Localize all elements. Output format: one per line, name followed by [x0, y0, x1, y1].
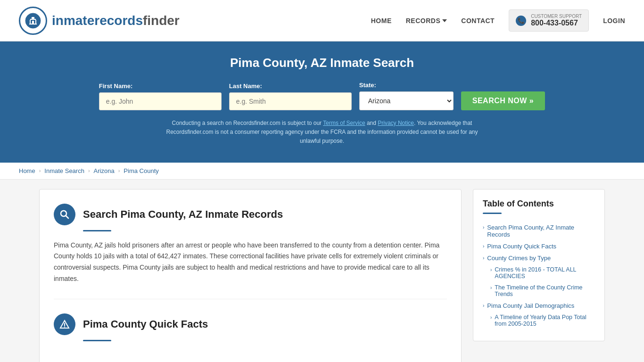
nav-login[interactable]: LOGIN [603, 17, 625, 25]
svg-rect-5 [29, 24, 37, 25]
toc-sub-group: › Crimes % in 2016 - TOTAL ALL AGENCIES … [483, 264, 595, 300]
breadcrumb: Home › Inmate Search › Arizona › Pima Co… [0, 163, 644, 180]
chevron-icon-6: › [483, 303, 484, 308]
disclaimer-text: Conducting a search on Recordsfinder.com… [157, 119, 487, 146]
sidebar: Table of Contents › Search Pima County, … [473, 189, 605, 362]
first-name-label: First Name: [99, 82, 133, 90]
svg-point-10 [64, 326, 65, 327]
breadcrumb-inmate-search[interactable]: Inmate Search [44, 167, 84, 174]
search-icon [54, 204, 75, 225]
chevron-icon-2: › [483, 244, 484, 249]
main-container: Search Pima County, AZ Inmate Records Pi… [20, 189, 624, 362]
chevron-down-icon [442, 19, 447, 22]
svg-rect-1 [32, 17, 34, 19]
hero-section: Pima County, AZ Inmate Search First Name… [0, 41, 644, 163]
section1-header: Search Pima County, AZ Inmate Records [54, 204, 447, 225]
chevron-icon-7: › [490, 315, 492, 320]
nav-records[interactable]: RECORDS [406, 17, 447, 25]
last-name-group: Last Name: [229, 82, 352, 110]
state-select[interactable]: Arizona Alabama Alaska California Colora… [359, 91, 454, 110]
breadcrumb-arizona[interactable]: Arizona [94, 167, 115, 174]
support-info: CUSTOMER SUPPORT 800-433-0567 [531, 14, 582, 27]
state-group: State: Arizona Alabama Alaska California… [359, 82, 454, 110]
toc-box: Table of Contents › Search Pima County, … [473, 189, 605, 341]
section-quick-facts: Pima County Quick Facts [54, 299, 447, 341]
section1-divider [83, 230, 111, 231]
content-panel: Search Pima County, AZ Inmate Records Pi… [39, 189, 462, 362]
nav-contact[interactable]: CONTACT [461, 17, 495, 25]
section1-title: Search Pima County, AZ Inmate Records [83, 208, 283, 221]
section2-header: Pima County Quick Facts [54, 313, 447, 335]
svg-line-8 [66, 215, 69, 218]
toc-item-7[interactable]: › A Timeline of Yearly Data Pop Total fr… [490, 312, 595, 329]
toc-item-2[interactable]: › Pima County Quick Facts [483, 240, 595, 252]
toc-sub-group-2: › A Timeline of Yearly Data Pop Total fr… [483, 312, 595, 329]
logo-text: inmaterecordsfinder [52, 13, 180, 28]
phone-icon: 📞 [516, 16, 526, 26]
warning-icon [54, 313, 75, 335]
breadcrumb-home[interactable]: Home [19, 167, 35, 174]
toc-item-1[interactable]: › Search Pima County, AZ Inmate Records [483, 222, 595, 240]
support-box: 📞 CUSTOMER SUPPORT 800-433-0567 [509, 9, 589, 32]
page-title: Pima County, AZ Inmate Search [19, 56, 625, 70]
section1-text: Pima County, AZ jails hold prisoners aft… [54, 240, 447, 285]
first-name-input[interactable] [99, 92, 222, 110]
tos-link[interactable]: Terms of Service [323, 120, 365, 126]
breadcrumb-sep-2: › [88, 168, 90, 173]
svg-rect-3 [30, 20, 31, 24]
last-name-label: Last Name: [229, 82, 262, 90]
site-header: inmaterecordsfinder HOME RECORDS CONTACT… [0, 0, 644, 41]
svg-rect-2 [30, 19, 36, 20]
svg-rect-6 [32, 21, 34, 24]
last-name-input[interactable] [229, 92, 352, 110]
section2-divider [83, 340, 111, 341]
toc-item-6[interactable]: › Pima County Jail Demographics [483, 300, 595, 312]
section2-title: Pima County Quick Facts [83, 318, 208, 330]
logo-icon [19, 7, 47, 35]
breadcrumb-current: Pima County [124, 167, 158, 174]
nav-home[interactable]: HOME [371, 17, 392, 25]
toc-item-5[interactable]: › The Timeline of the County Crime Trend… [490, 282, 595, 300]
privacy-link[interactable]: Privacy Notice [378, 120, 414, 126]
first-name-group: First Name: [99, 82, 222, 110]
chevron-icon-3: › [483, 255, 484, 261]
toc-item-4[interactable]: › Crimes % in 2016 - TOTAL ALL AGENCIES [490, 264, 595, 282]
chevron-icon-5: › [490, 285, 492, 290]
search-button[interactable]: SEARCH NOW » [461, 91, 545, 110]
toc-divider [483, 213, 502, 214]
state-label: State: [359, 82, 376, 89]
section-inmate-records: Search Pima County, AZ Inmate Records Pi… [54, 204, 447, 285]
breadcrumb-sep-1: › [39, 168, 41, 173]
search-form: First Name: Last Name: State: Arizona Al… [19, 82, 625, 110]
main-nav: HOME RECORDS CONTACT 📞 CUSTOMER SUPPORT … [371, 9, 625, 32]
chevron-icon-1: › [483, 225, 484, 230]
toc-item-3[interactable]: › County Crimes by Type [483, 252, 595, 264]
toc-title: Table of Contents [483, 199, 595, 209]
breadcrumb-sep-3: › [118, 168, 120, 173]
chevron-icon-4: › [490, 267, 492, 272]
svg-rect-4 [35, 20, 36, 24]
logo: inmaterecordsfinder [19, 7, 180, 35]
